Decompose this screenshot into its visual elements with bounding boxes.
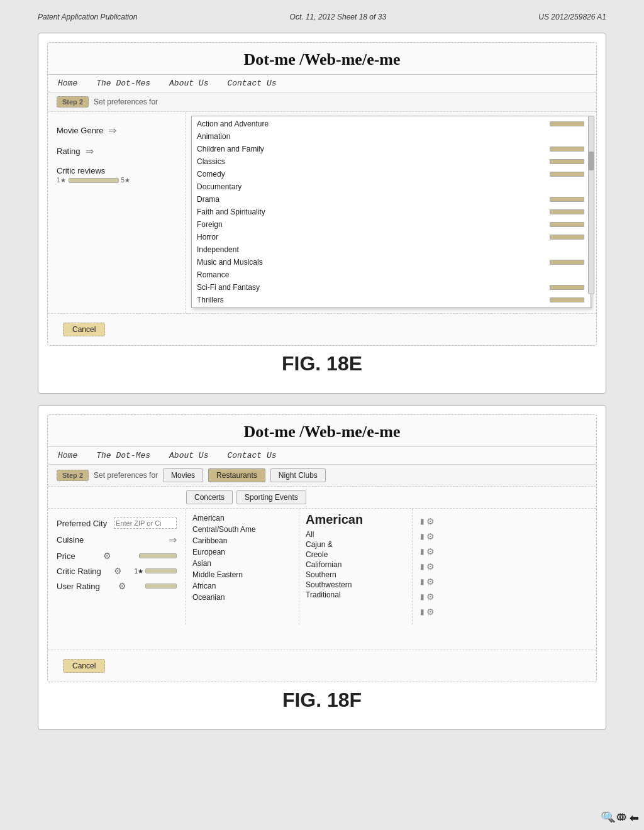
genre-action[interactable]: Action and Adventure: [192, 118, 591, 130]
tab-restaurants[interactable]: Restaurants: [208, 468, 265, 482]
movie-genre-arrow[interactable]: ⇒: [108, 124, 116, 136]
field-rating: Rating ⇒: [57, 145, 177, 157]
genre-music[interactable]: Music and Musicals: [192, 256, 591, 268]
genre-faith[interactable]: Faith and Spirituality: [192, 206, 591, 218]
nav-contact-18f[interactable]: Contact Us: [227, 451, 276, 460]
cuisine-caribbean[interactable]: Caribbean: [192, 535, 292, 546]
left-panel-18e: Movie Genre ⇒ Rating ⇒ Critic reviews 1★…: [48, 112, 186, 313]
cuisine-middle-eastern[interactable]: Middle Eastern: [192, 569, 292, 580]
nav-home-18f[interactable]: Home: [58, 451, 77, 460]
genre-scifi[interactable]: Sci-Fi and Fantasy: [192, 281, 591, 294]
rating-bar-drama: [550, 197, 584, 202]
field-movie-genre: Movie Genre ⇒: [57, 124, 177, 136]
step-label-18e: Set preferences for: [94, 97, 158, 106]
icon-pair-3: ▮ ⚙: [420, 546, 589, 556]
critic-rating-slider[interactable]: [145, 568, 177, 573]
rating-bar-faith: [550, 209, 584, 214]
sub-cuisine-all[interactable]: All: [306, 529, 406, 540]
app-ui-18f: Dot-me /Web-me/e-me Home The Dot-Mes Abo…: [47, 414, 597, 682]
tab-concerts[interactable]: Concerts: [186, 490, 233, 504]
cuisine-arrow[interactable]: ⇒: [169, 534, 177, 546]
movie-genre-label: Movie Genre: [57, 126, 103, 135]
rating-bar-music: [550, 260, 584, 265]
genre-comedy[interactable]: Comedy: [192, 168, 591, 180]
genre-animation[interactable]: Animation: [192, 130, 591, 143]
app-body-18f: Preferred City Cuisine ⇒ Price ⚙ Critic …: [48, 509, 596, 624]
icon-pair-2: ▮ ⚙: [420, 531, 589, 541]
critic-rating-row: Critic Rating ⚙ 1★: [57, 566, 177, 576]
spacer-18f: [48, 624, 596, 650]
cuisine-left-panel: Preferred City Cuisine ⇒ Price ⚙ Critic …: [48, 509, 186, 624]
cuisine-oceanian[interactable]: Oceanian: [192, 592, 292, 603]
sub-cuisine-southwestern[interactable]: Southwestern: [306, 580, 406, 590]
rating-bar-foreign: [550, 222, 584, 227]
genre-horror[interactable]: Horror: [192, 231, 591, 243]
cuisine-african[interactable]: African: [192, 580, 292, 592]
gear-icon-3[interactable]: ⚙: [426, 546, 435, 556]
icon-pair-6: ▮ ⚙: [420, 592, 589, 602]
gear-icon-1[interactable]: ⚙: [426, 516, 435, 526]
scrollbar-track: [588, 116, 594, 294]
scrollbar-thumb: [589, 152, 594, 170]
sub-cuisine-cajun[interactable]: Cajun &: [306, 540, 406, 550]
icon-bar-3: ▮: [420, 547, 425, 556]
gear-icon-7[interactable]: ⚙: [426, 607, 435, 617]
slider-min-label: 1★: [57, 177, 66, 184]
icon-bar-6: ▮: [420, 592, 425, 601]
genre-classics[interactable]: Classics: [192, 155, 591, 168]
gear-icon-2[interactable]: ⚙: [426, 531, 435, 541]
nav-dotmes-18f[interactable]: The Dot-Mes: [96, 451, 150, 460]
genre-independent[interactable]: Independent: [192, 243, 591, 256]
cuisine-asian[interactable]: Asian: [192, 558, 292, 569]
sub-cuisine-californian[interactable]: Californian: [306, 560, 406, 570]
rating-bar-scifi: [550, 285, 584, 290]
zip-input[interactable]: [114, 517, 177, 529]
bottom-bar-18e: Cancel 🔍 ⚙ ⬅: [48, 313, 596, 345]
nav-about-18f[interactable]: About Us: [169, 451, 208, 460]
genre-foreign[interactable]: Foreign: [192, 218, 591, 231]
critic-reviews-label: Critic reviews: [57, 166, 105, 175]
icon-bar-5: ▮: [420, 577, 425, 586]
price-row: Price ⚙: [57, 551, 177, 561]
user-rating-slider[interactable]: [145, 584, 177, 589]
sub-cuisine-southern[interactable]: Southern: [306, 570, 406, 580]
cancel-button-18e[interactable]: Cancel: [63, 323, 105, 336]
sub-cuisine-creole[interactable]: Creole: [306, 550, 406, 560]
slider-max-label: 5★: [121, 177, 131, 184]
user-gear-icon: ⚙: [118, 581, 126, 591]
rating-arrow[interactable]: ⇒: [86, 145, 94, 157]
gear-icon-4[interactable]: ⚙: [426, 562, 435, 572]
genre-drama[interactable]: Drama: [192, 193, 591, 206]
critic-slider-bar[interactable]: [69, 178, 119, 183]
cuisine-central-south[interactable]: Central/South Ame: [192, 524, 292, 535]
nav-contact-18e[interactable]: Contact Us: [227, 79, 276, 88]
user-rating-row: User Rating ⚙: [57, 581, 177, 591]
app-title-18f: Dot-me /Web-me/e-me: [48, 415, 596, 447]
cuisine-european[interactable]: European: [192, 546, 292, 558]
nav-home-18e[interactable]: Home: [58, 79, 77, 88]
genre-children[interactable]: Children and Family: [192, 143, 591, 155]
patent-right: US 2012/259826 A1: [538, 13, 606, 21]
sub-cuisine-traditional[interactable]: Traditional: [306, 590, 406, 600]
gear-icon-5[interactable]: ⚙: [426, 577, 435, 587]
cuisine-list-panel: American Central/South Ame Caribbean Eur…: [186, 509, 299, 624]
nav-dotmes-18e[interactable]: The Dot-Mes: [96, 79, 150, 88]
price-slider[interactable]: [139, 553, 177, 558]
genre-thrillers[interactable]: Thrillers: [192, 294, 591, 306]
user-rating-label: User Rating: [57, 582, 100, 591]
tab-movies[interactable]: Movies: [163, 468, 203, 482]
nav-about-18e[interactable]: About Us: [169, 79, 208, 88]
step-badge-18e: Step 2: [57, 96, 89, 108]
gear-icon-6[interactable]: ⚙: [426, 592, 435, 602]
fig-18f-label: FIG. 18F: [47, 689, 597, 712]
genre-documentary[interactable]: Documentary: [192, 180, 591, 193]
cuisine-american[interactable]: American: [192, 512, 292, 524]
rating-bar-comedy: [550, 172, 584, 177]
app-nav-18e: Home The Dot-Mes About Us Contact Us: [48, 75, 596, 92]
tab-sporting[interactable]: Sporting Events: [236, 490, 306, 504]
cancel-button-18f[interactable]: Cancel: [63, 659, 105, 673]
genre-scrollbar[interactable]: [587, 116, 595, 294]
genre-romance[interactable]: Romance: [192, 268, 591, 281]
icon-col: ▮ ⚙ ▮ ⚙ ▮ ⚙ ▮ ⚙: [418, 512, 591, 621]
tab-nightclubs[interactable]: Night Clubs: [270, 468, 326, 482]
